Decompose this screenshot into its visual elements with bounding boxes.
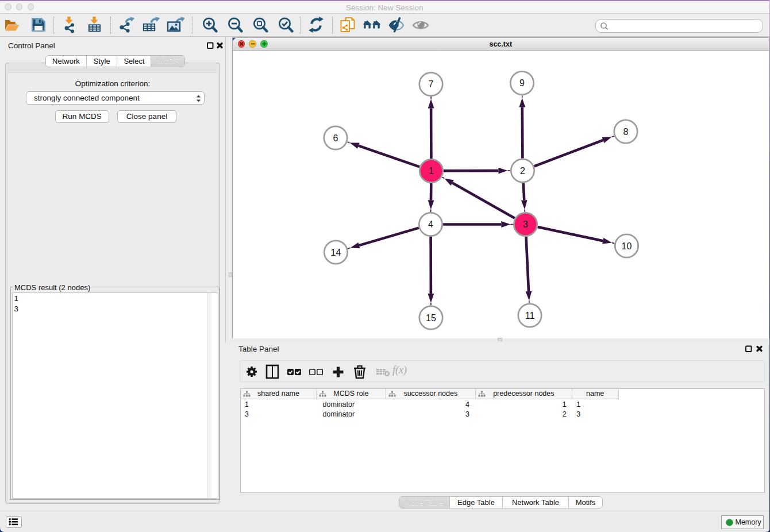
svg-text:1: 1 [429,166,434,176]
svg-text:9: 9 [519,78,525,88]
svg-text:2: 2 [520,165,525,175]
svg-text:10: 10 [622,241,632,250]
svg-text:14: 14 [331,247,341,257]
svg-text:4: 4 [428,219,433,229]
svg-text:3: 3 [523,219,528,229]
svg-text:11: 11 [525,310,535,320]
svg-text:8: 8 [623,126,629,136]
svg-text:15: 15 [426,313,436,322]
svg-text:7: 7 [429,79,434,89]
svg-text:6: 6 [333,133,338,142]
